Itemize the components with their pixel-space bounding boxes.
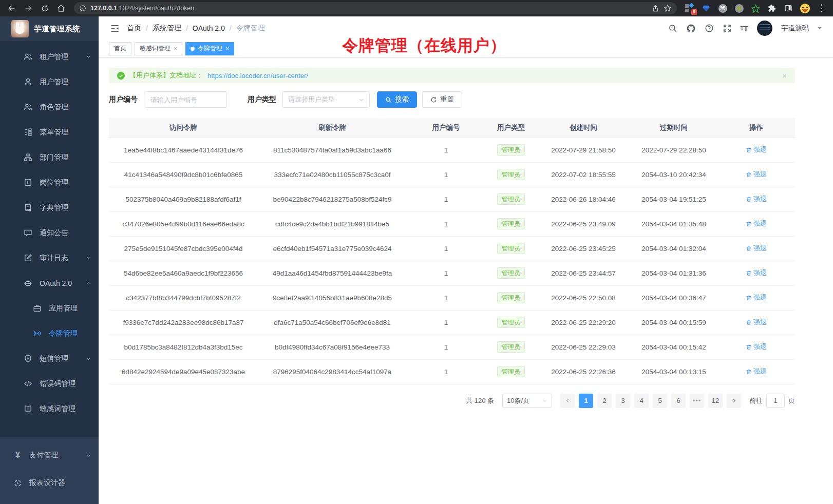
chevron-down-icon[interactable] <box>818 27 822 31</box>
expires-cell: 2022-07-29 22:28:50 <box>630 138 717 162</box>
total-count: 共 120 条 <box>466 396 494 405</box>
sidebar-item-user[interactable]: 用户管理 <box>0 69 99 94</box>
force-logout-button[interactable]: 强退 <box>746 367 767 376</box>
reset-button[interactable]: 重置 <box>422 91 462 108</box>
page-button-6[interactable]: 6 <box>671 394 686 408</box>
command-extension-icon[interactable]: ⌘ <box>716 2 729 14</box>
page-size-select[interactable]: 10条/页 <box>502 394 552 408</box>
user-type-select[interactable]: 请选择用户类型 <box>282 91 370 108</box>
more-pages-button[interactable]: ••• <box>690 394 704 408</box>
sidebar-item-oauth-token[interactable]: 令牌管理 <box>0 321 99 346</box>
search-button[interactable]: 搜索 <box>377 91 417 108</box>
force-logout-button[interactable]: 强退 <box>746 268 767 278</box>
col-access-token: 访问令牌 <box>109 118 258 138</box>
page-button-12[interactable]: 12 <box>708 394 723 408</box>
close-icon[interactable]: × <box>225 45 229 52</box>
address-bar[interactable]: 127.0.0.1:1024/system/oauth2/token <box>74 2 677 14</box>
sidebar-item-dept[interactable]: 部门管理 <box>0 145 99 170</box>
page-button-5[interactable]: 5 <box>653 394 667 408</box>
user-id-input[interactable] <box>144 91 227 108</box>
user-type-cell: 管理员 <box>485 211 537 236</box>
breadcrumb-home[interactable]: 首页 <box>127 24 141 33</box>
force-logout-button[interactable]: 强退 <box>746 293 767 302</box>
sidebar-item-dict[interactable]: 字典管理 <box>0 195 99 220</box>
breadcrumb-system[interactable]: 系统管理 <box>153 24 181 33</box>
user-type-cell: 管理员 <box>485 162 537 187</box>
sidebar-item-errcode[interactable]: 错误码管理 <box>0 371 99 396</box>
gem-extension-icon[interactable] <box>699 2 713 14</box>
sidebar: 芋道管理系统 租户管理 用户管理 角色管理 菜单管理 部门管理 <box>0 16 99 504</box>
code-icon <box>24 379 32 388</box>
help-icon[interactable] <box>705 24 714 33</box>
trash-icon <box>746 270 752 276</box>
force-logout-button[interactable]: 强退 <box>746 219 767 228</box>
force-logout-button[interactable]: 强退 <box>746 318 767 327</box>
sidebar-toggle[interactable] <box>110 24 120 33</box>
page-button-2[interactable]: 2 <box>597 394 612 408</box>
sidebar-item-notice[interactable]: 通知公告 <box>0 220 99 245</box>
action-cell: 强退 <box>717 359 795 384</box>
token-table: 访问令牌 刷新令牌 用户编号 用户类型 创建时间 过期时间 操作 1ea5e44… <box>109 118 795 384</box>
force-logout-button[interactable]: 强退 <box>746 170 767 179</box>
split-view-icon[interactable] <box>782 2 795 14</box>
page-button-4[interactable]: 4 <box>634 394 649 408</box>
sidebar-item-report[interactable]: 报表设计器 <box>0 469 99 497</box>
refresh-token-cell: e6cfd40eb1f54571a31e775e039c4624 <box>258 236 407 261</box>
user-name[interactable]: 芋道源码 <box>781 24 809 33</box>
browser-menu-icon[interactable] <box>815 2 828 14</box>
share-icon[interactable] <box>652 5 659 12</box>
sidebar-item-pay[interactable]: ¥ 支付管理 <box>0 441 99 469</box>
force-logout-button[interactable]: 强退 <box>746 145 767 154</box>
success-check-icon <box>117 72 125 80</box>
goto-page-input[interactable] <box>766 394 785 408</box>
app-logo <box>11 20 29 37</box>
sidebar-item-role[interactable]: 角色管理 <box>0 94 99 120</box>
prev-page-button[interactable] <box>560 394 575 408</box>
sidebar-item-sensitive[interactable]: 敏感词管理 <box>0 396 99 421</box>
extension-grid-icon[interactable]: 9 <box>683 2 696 14</box>
tab-token-manage[interactable]: 令牌管理 × <box>185 42 234 55</box>
user-avatar[interactable] <box>757 21 772 36</box>
sidebar-item-tenant[interactable]: 租户管理 <box>0 44 99 69</box>
sidebar-item-oauth-app[interactable]: 应用管理 <box>0 296 99 321</box>
page-button-3[interactable]: 3 <box>616 394 630 408</box>
next-page-button[interactable] <box>727 394 741 408</box>
fullscreen-icon[interactable] <box>723 24 732 33</box>
trash-icon <box>746 147 752 153</box>
breadcrumb-oauth[interactable]: OAuth 2.0 <box>193 24 225 32</box>
back-icon[interactable] <box>5 2 18 14</box>
force-logout-button[interactable]: 强退 <box>746 195 767 204</box>
site-info-icon[interactable] <box>79 5 86 12</box>
search-icon[interactable] <box>668 24 677 33</box>
tab-home[interactable]: 首页 <box>109 42 131 55</box>
page-button-1[interactable]: 1 <box>579 394 593 408</box>
access-token-cell: 502375b8040a469a9b82188afdf6af1f <box>109 187 258 211</box>
force-logout-button[interactable]: 强退 <box>746 342 767 352</box>
close-icon[interactable]: × <box>174 45 177 52</box>
url-text: 127.0.0.1:1024/system/oauth2/token <box>90 5 194 12</box>
sidebar-item-oauth[interactable]: OAuth 2.0 <box>0 270 99 296</box>
font-size-icon[interactable]: TT <box>741 24 748 33</box>
force-logout-button[interactable]: 强退 <box>746 244 767 253</box>
sidebar-item-post[interactable]: 岗位管理 <box>0 170 99 195</box>
record-extension-icon[interactable] <box>732 2 746 14</box>
trash-icon <box>746 245 752 251</box>
home-icon[interactable] <box>54 2 68 14</box>
forward-icon[interactable] <box>22 2 35 14</box>
app-logo-bar[interactable]: 芋道管理系统 <box>0 16 99 41</box>
sidebar-item-menu[interactable]: 菜单管理 <box>0 120 99 145</box>
doc-link[interactable]: https://doc.iocoder.cn/user-center/ <box>207 72 308 80</box>
alert-close-icon[interactable]: × <box>782 71 787 80</box>
sidebar-item-sms[interactable]: 短信管理 <box>0 346 99 371</box>
sidebar-item-audit[interactable]: 审计日志 <box>0 245 99 270</box>
bookmark-star-icon[interactable] <box>664 4 672 12</box>
puzzle-extensions-icon[interactable] <box>765 2 779 14</box>
col-expires: 过期时间 <box>630 118 717 138</box>
trash-icon <box>746 319 752 325</box>
github-icon[interactable] <box>686 24 696 33</box>
tab-sensitive-words[interactable]: 敏感词管理 × <box>135 42 182 55</box>
extension-badge: 9 <box>691 9 697 15</box>
star-extension-icon[interactable] <box>749 2 762 14</box>
profile-avatar-icon[interactable] <box>798 2 811 14</box>
reload-icon[interactable] <box>38 2 51 14</box>
